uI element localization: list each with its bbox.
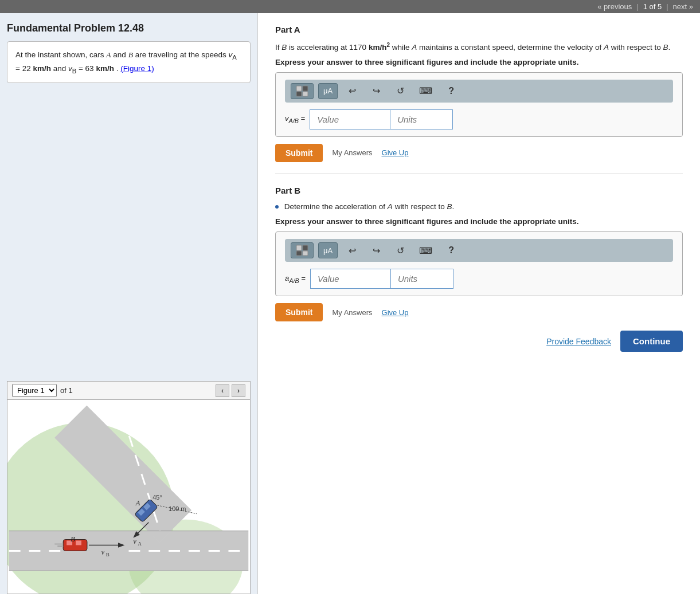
svg-rect-29	[296, 92, 302, 96]
figure-area: Figure 1 of 1 ‹ ›	[7, 381, 251, 594]
figure-prev-btn[interactable]: ‹	[216, 384, 229, 397]
svg-text:45°: 45°	[152, 494, 162, 501]
svg-rect-31	[296, 245, 302, 250]
part-a-redo-btn[interactable]: ↪	[366, 83, 386, 99]
part-b-my-answers[interactable]: My Answers	[332, 308, 372, 317]
part-b-matrix-btn[interactable]	[291, 242, 314, 258]
provide-feedback-link[interactable]: Provide Feedback	[546, 337, 611, 346]
svg-rect-34	[303, 251, 308, 256]
part-a-input-row: vA/B =	[285, 109, 673, 129]
page-separator2: |	[666, 2, 668, 11]
part-b-give-up[interactable]: Give Up	[382, 308, 409, 317]
part-a-description: If B is accelerating at 1170 km/h2 while…	[275, 40, 683, 53]
part-b-mu-btn[interactable]: μΑ	[318, 242, 338, 258]
continue-btn[interactable]: Continue	[620, 331, 683, 352]
part-a-submit-btn[interactable]: Submit	[275, 144, 323, 162]
part-b-eq-label: aA/B =	[285, 274, 306, 284]
svg-rect-33	[296, 251, 302, 256]
part-divider	[275, 174, 683, 174]
part-a-give-up[interactable]: Give Up	[382, 148, 409, 157]
part-a-my-answers[interactable]: My Answers	[332, 148, 372, 157]
part-a-title: Part A	[275, 25, 683, 34]
figure-of-label: of 1	[60, 386, 73, 395]
part-b-section: Part B Determine the acceleration of A w…	[275, 186, 683, 321]
part-a-eq-label: vA/B =	[285, 114, 305, 124]
part-b-refresh-btn[interactable]: ↺	[390, 242, 410, 258]
part-a-answer-box: μΑ ↩ ↪ ↺ ⌨ ? vA/B =	[275, 72, 683, 137]
part-b-help-btn[interactable]: ?	[441, 242, 461, 258]
part-b-undo-btn[interactable]: ↩	[342, 242, 362, 258]
part-a-help-btn[interactable]: ?	[441, 83, 461, 99]
top-navigation-bar: « previous | 1 of 5 | next »	[0, 0, 700, 13]
left-panel: Fundamental Problem 12.48 At the instant…	[0, 13, 258, 594]
page-info: 1 of 5	[643, 2, 662, 11]
car-b-label: B	[128, 50, 133, 59]
part-b-value-input[interactable]	[310, 269, 390, 289]
car-a-label: A	[106, 50, 111, 59]
part-b-submit-row: Submit My Answers Give Up	[275, 303, 683, 321]
part-b-bullet	[275, 205, 279, 209]
problem-description-box: At the instant shown, cars A and B are t…	[7, 41, 251, 83]
next-link[interactable]: next »	[673, 2, 693, 11]
part-a-units-input[interactable]	[390, 109, 453, 129]
problem-title: Fundamental Problem 12.48	[7, 22, 251, 34]
part-a-submit-row: Submit My Answers Give Up	[275, 144, 683, 162]
figure-image: A v A B v B 45° 100 m	[7, 399, 251, 594]
part-b-express-note: Express your answer to three significant…	[275, 217, 683, 226]
figure-link[interactable]: (Figure 1)	[120, 64, 154, 73]
bottom-actions: Provide Feedback Continue	[275, 331, 683, 352]
part-b-toolbar: μΑ ↩ ↪ ↺ ⌨ ?	[285, 239, 673, 262]
part-a-B-italic: B	[281, 43, 287, 52]
part-a-B2-italic: B	[663, 43, 668, 52]
part-b-title: Part B	[275, 186, 683, 195]
part-b-description: Determine the acceleration of A with res…	[275, 201, 683, 213]
figure-svg: A v A B v B 45° 100 m	[7, 400, 250, 594]
part-b-units-input[interactable]	[390, 269, 453, 289]
previous-link[interactable]: « previous	[597, 2, 632, 11]
problem-text-intro: At the instant shown, cars A and B are t…	[15, 50, 237, 73]
svg-text:B: B	[71, 535, 75, 543]
part-b-B-italic: B	[447, 202, 452, 211]
figure-controls: Figure 1 of 1 ‹ ›	[7, 381, 251, 399]
part-a-matrix-btn[interactable]	[291, 83, 314, 99]
part-b-redo-btn[interactable]: ↪	[366, 242, 386, 258]
part-a-refresh-btn[interactable]: ↺	[390, 83, 410, 99]
figure-select[interactable]: Figure 1	[12, 384, 57, 397]
car-a-figure-label: A	[135, 498, 140, 507]
page-separator: |	[636, 2, 638, 11]
part-b-answer-box: μΑ ↩ ↪ ↺ ⌨ ? aA/B =	[275, 231, 683, 296]
svg-rect-32	[303, 245, 308, 250]
speed-b-label: vB = 63 km/h	[68, 64, 114, 73]
svg-rect-30	[303, 92, 308, 96]
svg-rect-14	[76, 541, 81, 545]
svg-rect-27	[296, 86, 302, 91]
part-a-undo-btn[interactable]: ↩	[342, 83, 362, 99]
part-a-keyboard-btn[interactable]: ⌨	[414, 83, 437, 99]
part-b-A-italic: A	[388, 202, 393, 211]
part-b-keyboard-btn[interactable]: ⌨	[414, 242, 437, 258]
part-a-A2-italic: A	[604, 43, 609, 52]
svg-text:A: A	[138, 541, 142, 547]
svg-text:v: v	[101, 548, 105, 556]
part-a-mu-btn[interactable]: μΑ	[318, 83, 338, 99]
part-a-express-note: Express your answer to three significant…	[275, 58, 683, 66]
svg-text:v: v	[133, 537, 136, 545]
part-b-input-row: aA/B =	[285, 269, 673, 289]
part-a-toolbar: μΑ ↩ ↪ ↺ ⌨ ?	[285, 80, 673, 103]
right-panel: Part A If B is accelerating at 1170 km/h…	[258, 13, 700, 594]
part-a-section: Part A If B is accelerating at 1170 km/h…	[275, 25, 683, 162]
svg-text:B: B	[106, 552, 110, 557]
figure-next-btn[interactable]: ›	[232, 384, 245, 397]
part-a-A-italic: A	[412, 43, 417, 52]
svg-rect-28	[303, 86, 308, 91]
part-b-submit-btn[interactable]: Submit	[275, 303, 323, 321]
part-a-value-input[interactable]	[310, 109, 390, 129]
